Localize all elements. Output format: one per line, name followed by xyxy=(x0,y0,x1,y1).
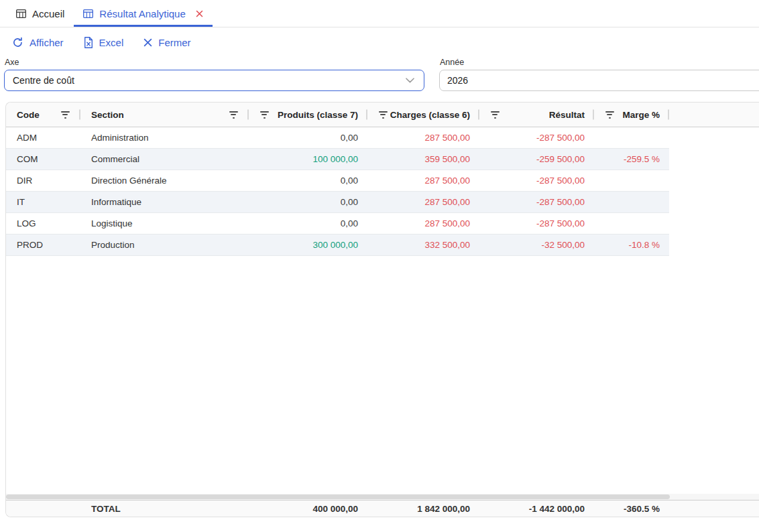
cell-section: Informatique xyxy=(80,192,249,212)
column-header-label: Code xyxy=(17,110,40,120)
column-header-resultat[interactable]: Résultat xyxy=(479,103,594,127)
cell-code: DIR xyxy=(6,170,80,191)
excel-file-icon xyxy=(84,37,93,48)
grid-header: CodeSectionProduits (classe 7)Charges (c… xyxy=(6,103,759,127)
cell-code: LOG xyxy=(6,213,80,234)
cell-produits: 0,00 xyxy=(249,213,367,234)
cell-value: Logistique xyxy=(91,218,133,228)
cell-value: COM xyxy=(17,154,38,164)
axe-label: Axe xyxy=(5,58,424,67)
total-value: -360.5 % xyxy=(624,504,660,514)
cell-value: 0,00 xyxy=(341,176,358,186)
axe-select[interactable]: Centre de coût xyxy=(4,70,424,91)
cell-value: -259.5 % xyxy=(624,154,660,164)
column-header-marge[interactable]: Marge % xyxy=(594,103,669,127)
cell-value: 287 500,00 xyxy=(424,218,470,228)
tab-bar: Accueil Résultat Analytique xyxy=(0,0,759,27)
cell-produits: 100 000,00 xyxy=(249,149,367,170)
cell-value: LOG xyxy=(17,218,36,228)
cell-value: IT xyxy=(17,197,25,207)
cell-value: Informatique xyxy=(91,197,141,207)
cell-section: Logistique xyxy=(80,213,249,234)
cell-value: -259 500,00 xyxy=(536,154,585,164)
cell-marge xyxy=(594,213,669,234)
cell-resultat: -287 500,00 xyxy=(479,192,594,212)
axe-field: Axe Centre de coût xyxy=(4,58,424,91)
cell-produits: 0,00 xyxy=(249,170,367,191)
table-row-COM[interactable]: COMCommercial100 000,00359 500,00-259 50… xyxy=(6,149,669,170)
close-tab-icon[interactable] xyxy=(196,10,203,17)
cell-marge xyxy=(594,170,669,191)
cell-value: -10.8 % xyxy=(628,240,660,250)
filter-icon[interactable] xyxy=(605,111,614,119)
cell-value: ADM xyxy=(17,133,37,143)
cell-value: -287 500,00 xyxy=(536,197,585,207)
results-grid: CodeSectionProduits (classe 7)Charges (c… xyxy=(5,102,759,517)
tab-label: Résultat Analytique xyxy=(99,8,185,19)
cell-resultat: -32 500,00 xyxy=(479,235,594,255)
table-row-DIR[interactable]: DIRDirection Générale0,00287 500,00-287 … xyxy=(6,170,669,192)
cell-value: 0,00 xyxy=(341,133,358,143)
table-row-LOG[interactable]: LOGLogistique0,00287 500,00-287 500,00 xyxy=(6,213,669,235)
cell-value: 287 500,00 xyxy=(424,133,470,143)
filter-icon[interactable] xyxy=(259,111,269,119)
table-icon xyxy=(16,9,26,18)
column-header-produits[interactable]: Produits (classe 7) xyxy=(249,103,367,127)
column-header-section[interactable]: Section xyxy=(80,103,249,127)
tab-resultat-analytique[interactable]: Résultat Analytique xyxy=(74,0,212,27)
annee-input[interactable] xyxy=(439,70,759,91)
cell-value: PROD xyxy=(17,240,43,250)
filter-icon[interactable] xyxy=(229,111,238,119)
column-header-code[interactable]: Code xyxy=(6,103,80,127)
cell-value: -32 500,00 xyxy=(541,240,585,250)
total-label: TOTAL xyxy=(91,504,121,514)
cell-value: 359 500,00 xyxy=(424,154,470,164)
grid-total-row: TOTAL400 000,001 842 000,00-1 442 000,00… xyxy=(6,500,759,517)
table-row-ADM[interactable]: ADMAdministration0,00287 500,00-287 500,… xyxy=(6,127,669,149)
total-value: -1 442 000,00 xyxy=(529,504,585,514)
table-row-PROD[interactable]: PRODProduction300 000,00332 500,00-32 50… xyxy=(6,235,669,256)
column-header-label: Produits (classe 7) xyxy=(278,110,358,120)
table-row-IT[interactable]: ITInformatique0,00287 500,00-287 500,00 xyxy=(6,192,669,213)
table-icon xyxy=(83,9,93,18)
column-header-label: Charges (classe 6) xyxy=(390,110,470,120)
column-header-label: Résultat xyxy=(549,110,585,120)
cell-value: -287 500,00 xyxy=(536,218,585,228)
cell-marge: -10.8 % xyxy=(594,235,669,255)
cell-value: 287 500,00 xyxy=(424,176,470,186)
cell-marge xyxy=(594,127,669,148)
scrollbar-thumb[interactable] xyxy=(6,494,670,499)
cell-charges: 287 500,00 xyxy=(367,127,479,148)
filter-icon[interactable] xyxy=(60,111,70,119)
cell-value: 0,00 xyxy=(341,197,358,207)
cell-code: COM xyxy=(6,149,80,170)
cell-section: Production xyxy=(80,235,249,255)
cell-section: Commercial xyxy=(80,149,249,170)
afficher-button[interactable]: Afficher xyxy=(12,37,64,48)
cell-resultat: -287 500,00 xyxy=(479,127,594,148)
toolbar: Afficher Excel Fermer xyxy=(12,37,191,48)
cell-resultat: -287 500,00 xyxy=(479,213,594,234)
filter-icon[interactable] xyxy=(490,111,500,119)
grid-body: ADMAdministration0,00287 500,00-287 500,… xyxy=(6,127,759,256)
cell-value: Direction Générale xyxy=(91,176,167,186)
cell-charges: 287 500,00 xyxy=(367,170,479,191)
column-header-charges[interactable]: Charges (classe 6) xyxy=(367,103,479,127)
cell-marge xyxy=(594,192,669,212)
fermer-button[interactable]: Fermer xyxy=(143,37,190,48)
horizontal-scrollbar[interactable] xyxy=(6,494,759,500)
tab-accueil[interactable]: Accueil xyxy=(7,0,74,27)
cell-value: Production xyxy=(91,240,135,250)
excel-button[interactable]: Excel xyxy=(84,37,124,48)
button-label: Excel xyxy=(99,37,124,48)
cell-code: PROD xyxy=(6,235,80,255)
column-header-label: Marge % xyxy=(622,110,660,120)
cell-charges: 287 500,00 xyxy=(367,192,479,212)
button-label: Fermer xyxy=(158,37,190,48)
cell-section: Administration xyxy=(80,127,249,148)
annee-field: Année xyxy=(439,58,759,91)
filter-icon[interactable] xyxy=(378,111,388,119)
total-value: 1 842 000,00 xyxy=(417,504,470,514)
cell-charges: 359 500,00 xyxy=(367,149,479,170)
cell-produits: 0,00 xyxy=(249,192,367,212)
